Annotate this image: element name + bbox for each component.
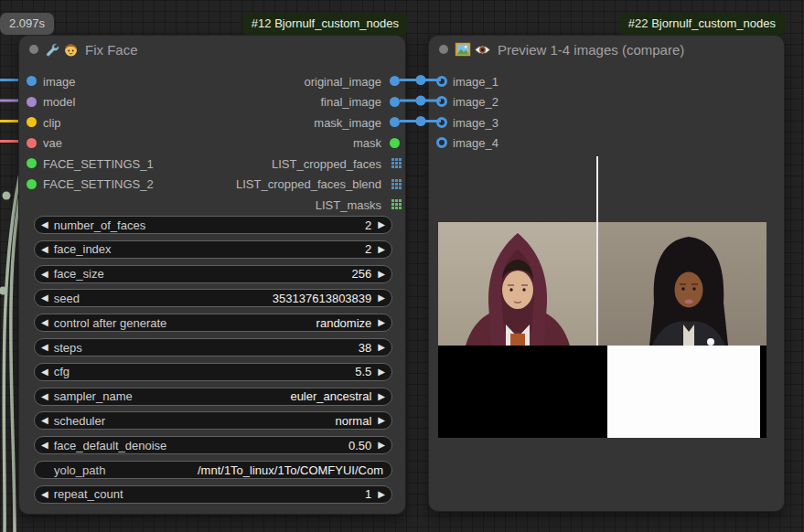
fix-face-node[interactable]: Fix Face imagemodelclipvaeFACE_SETTINGS_… (18, 35, 406, 515)
increment-arrow-icon[interactable]: ▶ (378, 490, 385, 499)
input-label: image_3 (453, 115, 498, 129)
person-face-icon (63, 42, 79, 58)
widget-value[interactable]: 38 (359, 341, 371, 355)
input-row-image_3: image_3 (429, 112, 784, 133)
increment-arrow-icon[interactable]: ▶ (378, 441, 385, 450)
output-label: final_image (321, 95, 382, 109)
widget-face_index[interactable]: ◀face_index2▶ (34, 240, 392, 259)
list-output-icon-LIST_cropped_faces[interactable] (391, 158, 402, 168)
compare-slider-line[interactable] (596, 156, 598, 346)
collapse-dot[interactable] (439, 45, 448, 54)
widget-sampler_name[interactable]: ◀sampler_nameeuler_ancestral▶ (34, 388, 392, 406)
input-label: image_1 (453, 74, 498, 88)
mask-left-black (438, 346, 607, 438)
collapse-dot[interactable] (29, 45, 38, 54)
compare-preview-image (438, 222, 766, 346)
increment-arrow-icon[interactable]: ▶ (378, 416, 385, 425)
widget-value[interactable]: randomize (316, 316, 372, 330)
widget-value[interactable]: 353137613803839 (273, 292, 371, 305)
execution-time-badge: 2.097s (0, 13, 54, 35)
decrement-arrow-icon[interactable]: ◀ (41, 270, 48, 279)
increment-arrow-icon[interactable]: ▶ (378, 343, 385, 352)
widget-value[interactable]: 2 (365, 218, 371, 232)
increment-arrow-icon[interactable]: ▶ (378, 367, 385, 377)
output-port-final_image[interactable] (390, 97, 400, 107)
widget-steps[interactable]: ◀steps38▶ (34, 338, 392, 356)
fix-face-title-bar[interactable]: Fix Face (19, 36, 405, 63)
increment-arrow-icon[interactable]: ▶ (378, 318, 385, 327)
output-label: LIST_cropped_faces (272, 156, 381, 170)
decrement-arrow-icon[interactable]: ◀ (41, 441, 48, 450)
output-row-mask: mask (19, 133, 405, 153)
widget-cfg[interactable]: ◀cfg5.5▶ (34, 363, 392, 381)
widget-value[interactable]: /mnt/1To_linux/1To/COMFYUI/Com (198, 463, 383, 477)
node-title: Preview 1-4 images (compare) (498, 42, 684, 58)
preview-node[interactable]: Preview 1-4 images (compare) image_1imag… (428, 35, 785, 512)
decrement-arrow-icon[interactable]: ◀ (41, 293, 48, 303)
widget-value[interactable]: 5.5 (355, 365, 371, 378)
widget-scheduler[interactable]: ◀schedulernormal▶ (34, 411, 392, 430)
fix-face-node-id-badge: #12 Bjornulf_custom_nodes (242, 13, 408, 35)
eye-icon (474, 44, 491, 56)
input-label: image_4 (453, 136, 498, 150)
widget-control-after-generate[interactable]: ◀control after generaterandomize▶ (34, 314, 392, 332)
input-label: image_2 (453, 95, 498, 109)
widget-number_of_faces[interactable]: ◀number_of_faces2▶ (34, 216, 392, 234)
output-label: mask_image (314, 115, 381, 129)
decrement-arrow-icon[interactable]: ◀ (41, 490, 48, 499)
list-output-icon-LIST_cropped_faces_blend[interactable] (391, 179, 402, 189)
decrement-arrow-icon[interactable]: ◀ (41, 245, 48, 254)
increment-arrow-icon[interactable]: ▶ (378, 293, 385, 303)
widget-value[interactable]: 256 (352, 267, 372, 281)
widget-value[interactable]: euler_ancestral (290, 389, 371, 403)
increment-arrow-icon[interactable]: ▶ (378, 245, 385, 254)
wrench-icon (45, 42, 60, 58)
picture-icon (455, 42, 471, 57)
preview-node-id-badge: #22 Bjornulf_custom_nodes (619, 13, 785, 35)
output-port-original_image[interactable] (390, 76, 400, 86)
decrement-arrow-icon[interactable]: ◀ (41, 343, 48, 352)
widget-value[interactable]: 2 (365, 242, 371, 256)
increment-arrow-icon[interactable]: ▶ (378, 392, 385, 401)
node-title: Fix Face (85, 42, 138, 58)
widget-value[interactable]: 1 (365, 487, 371, 501)
decrement-arrow-icon[interactable]: ◀ (41, 416, 48, 425)
output-row-final_image: final_image (19, 91, 405, 112)
output-label: mask (353, 136, 381, 150)
widget-label: face_default_denoise (54, 439, 167, 452)
link-dot (0, 287, 7, 295)
preview-title-bar[interactable]: Preview 1-4 images (compare) (429, 36, 784, 63)
widget-yolo_path[interactable]: yolo_path/mnt/1To_linux/1To/COMFYUI/Com (34, 461, 392, 479)
output-row-LIST_cropped_faces_blend: LIST_cropped_faces_blend (19, 174, 405, 194)
widget-label: face_size (54, 267, 104, 281)
widget-seed[interactable]: ◀seed353137613803839▶ (34, 289, 392, 307)
decrement-arrow-icon[interactable]: ◀ (41, 367, 48, 377)
output-label: LIST_cropped_faces_blend (236, 177, 381, 191)
widget-face_size[interactable]: ◀face_size256▶ (34, 265, 392, 283)
decrement-arrow-icon[interactable]: ◀ (41, 392, 48, 401)
input-port-image_1[interactable] (436, 76, 447, 87)
widget-label: yolo_path (54, 463, 105, 477)
widget-label: sampler_name (54, 389, 133, 403)
output-row-LIST_masks: LIST_masks (19, 195, 405, 215)
input-row-image_2: image_2 (429, 91, 784, 112)
decrement-arrow-icon[interactable]: ◀ (41, 318, 48, 327)
increment-arrow-icon[interactable]: ▶ (378, 270, 385, 279)
input-port-image_4[interactable] (436, 137, 447, 148)
list-output-icon-LIST_masks[interactable] (391, 199, 402, 209)
widget-value[interactable]: 0.50 (348, 439, 371, 452)
widget-label: control after generate (54, 316, 167, 330)
output-port-mask_image[interactable] (390, 117, 400, 127)
widget-value[interactable]: normal (336, 414, 372, 428)
input-row-image_4: image_4 (429, 133, 784, 153)
widget-face_default_denoise[interactable]: ◀face_default_denoise0.50▶ (34, 436, 392, 454)
decrement-arrow-icon[interactable]: ◀ (41, 220, 48, 229)
widget-repeat_count[interactable]: ◀repeat_count1▶ (34, 485, 392, 504)
input-port-image_2[interactable] (436, 96, 447, 107)
mask-right-edge-black (760, 346, 766, 438)
output-port-mask[interactable] (390, 138, 400, 148)
input-port-image_3[interactable] (436, 117, 447, 128)
widget-label: face_index (54, 242, 112, 256)
increment-arrow-icon[interactable]: ▶ (378, 220, 385, 229)
output-row-LIST_cropped_faces: LIST_cropped_faces (19, 154, 405, 174)
